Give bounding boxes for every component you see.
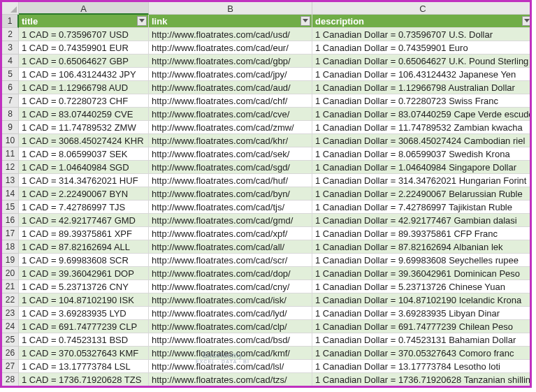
cell-title[interactable]: 1 CAD = 7.42786997 TJS bbox=[19, 201, 149, 214]
cell-link[interactable]: http://www.floatrates.com/cad/khr/ bbox=[149, 134, 312, 147]
cell-description[interactable]: 1 Canadian Dollar = 9.69983608 Seychelle… bbox=[312, 254, 532, 267]
column-header-c[interactable]: C bbox=[312, 2, 532, 15]
row-header-19[interactable]: 19 bbox=[2, 254, 19, 267]
cell-description[interactable]: 1 Canadian Dollar = 0.72280723 Swiss Fra… bbox=[312, 94, 532, 108]
cell-title[interactable]: 1 CAD = 691.74777239 CLP bbox=[19, 320, 149, 333]
cell-description[interactable]: 1 Canadian Dollar = 0.65064627 U.K. Poun… bbox=[312, 55, 532, 68]
cell-description[interactable]: 1 Canadian Dollar = 1.04640984 Singapore… bbox=[312, 161, 532, 174]
cell-title[interactable]: 1 CAD = 13.17773784 LSL bbox=[19, 360, 149, 373]
row-header-23[interactable]: 23 bbox=[2, 307, 19, 320]
cell-link[interactable]: http://www.floatrates.com/cad/dop/ bbox=[149, 267, 312, 280]
column-header-b[interactable]: B bbox=[149, 2, 312, 15]
row-header-5[interactable]: 5 bbox=[2, 68, 19, 81]
cell-description[interactable]: 1 Canadian Dollar = 1736.71920628 Tanzan… bbox=[312, 373, 532, 386]
spreadsheet-grid[interactable]: ABC1titlelinkdescription21 CAD = 0.73596… bbox=[2, 2, 530, 386]
cell-description[interactable]: 1 Canadian Dollar = 13.17773784 Lesotho … bbox=[312, 360, 532, 373]
cell-title[interactable]: 1 CAD = 0.73596707 USD bbox=[19, 28, 149, 41]
cell-title[interactable]: 1 CAD = 3.69283935 LYD bbox=[19, 307, 149, 320]
select-all-corner[interactable] bbox=[2, 2, 19, 15]
cell-link[interactable]: http://www.floatrates.com/cad/tzs/ bbox=[149, 373, 312, 386]
cell-title[interactable]: 1 CAD = 1736.71920628 TZS bbox=[19, 373, 149, 386]
cell-link[interactable]: http://www.floatrates.com/cad/eur/ bbox=[149, 41, 312, 55]
cell-description[interactable]: 1 Canadian Dollar = 314.34762021 Hungari… bbox=[312, 174, 532, 187]
cell-link[interactable]: http://www.floatrates.com/cad/chf/ bbox=[149, 94, 312, 108]
cell-link[interactable]: http://www.floatrates.com/cad/clp/ bbox=[149, 320, 312, 333]
table-header-title[interactable]: title bbox=[19, 15, 149, 28]
cell-link[interactable]: http://www.floatrates.com/cad/scr/ bbox=[149, 254, 312, 267]
cell-link[interactable]: http://www.floatrates.com/cad/zmw/ bbox=[149, 121, 312, 134]
cell-description[interactable]: 1 Canadian Dollar = 0.74359901 Euro bbox=[312, 41, 532, 55]
cell-description[interactable]: 1 Canadian Dollar = 89.39375861 CFP Fran… bbox=[312, 227, 532, 240]
filter-dropdown-icon[interactable] bbox=[522, 16, 532, 26]
row-header-17[interactable]: 17 bbox=[2, 227, 19, 240]
cell-title[interactable]: 1 CAD = 0.74523131 BSD bbox=[19, 333, 149, 347]
filter-dropdown-icon[interactable] bbox=[300, 16, 310, 26]
cell-description[interactable]: 1 Canadian Dollar = 11.74789532 Zambian … bbox=[312, 121, 532, 134]
table-header-description[interactable]: description bbox=[312, 15, 532, 28]
cell-title[interactable]: 1 CAD = 0.65064627 GBP bbox=[19, 55, 149, 68]
row-header-16[interactable]: 16 bbox=[2, 214, 19, 227]
row-header-13[interactable]: 13 bbox=[2, 174, 19, 187]
cell-link[interactable]: http://www.floatrates.com/cad/cny/ bbox=[149, 280, 312, 293]
row-header-12[interactable]: 12 bbox=[2, 161, 19, 174]
cell-link[interactable]: http://www.floatrates.com/cad/gmd/ bbox=[149, 214, 312, 227]
cell-title[interactable]: 1 CAD = 2.22490067 BYN bbox=[19, 187, 149, 201]
cell-title[interactable]: 1 CAD = 0.72280723 CHF bbox=[19, 94, 149, 108]
cell-description[interactable]: 1 Canadian Dollar = 83.07440259 Cape Ver… bbox=[312, 108, 532, 121]
row-header-28[interactable]: 28 bbox=[2, 373, 19, 386]
row-header-7[interactable]: 7 bbox=[2, 94, 19, 108]
cell-link[interactable]: http://www.floatrates.com/cad/jpy/ bbox=[149, 68, 312, 81]
cell-link[interactable]: http://www.floatrates.com/cad/all/ bbox=[149, 240, 312, 254]
row-header-26[interactable]: 26 bbox=[2, 347, 19, 360]
cell-title[interactable]: 1 CAD = 9.69983608 SCR bbox=[19, 254, 149, 267]
row-header-27[interactable]: 27 bbox=[2, 360, 19, 373]
row-header-9[interactable]: 9 bbox=[2, 121, 19, 134]
cell-link[interactable]: http://www.floatrates.com/cad/aud/ bbox=[149, 81, 312, 94]
cell-title[interactable]: 1 CAD = 83.07440259 CVE bbox=[19, 108, 149, 121]
cell-description[interactable]: 1 Canadian Dollar = 8.06599037 Swedish K… bbox=[312, 147, 532, 161]
cell-title[interactable]: 1 CAD = 89.39375861 XPF bbox=[19, 227, 149, 240]
cell-title[interactable]: 1 CAD = 106.43124432 JPY bbox=[19, 68, 149, 81]
cell-title[interactable]: 1 CAD = 11.74789532 ZMW bbox=[19, 121, 149, 134]
cell-title[interactable]: 1 CAD = 104.87102190 ISK bbox=[19, 293, 149, 307]
cell-description[interactable]: 1 Canadian Dollar = 0.74523131 Bahamian … bbox=[312, 333, 532, 347]
row-header-10[interactable]: 10 bbox=[2, 134, 19, 147]
cell-title[interactable]: 1 CAD = 370.05327643 KMF bbox=[19, 347, 149, 360]
cell-link[interactable]: http://www.floatrates.com/cad/huf/ bbox=[149, 174, 312, 187]
cell-description[interactable]: 1 Canadian Dollar = 3.69283935 Libyan Di… bbox=[312, 307, 532, 320]
cell-link[interactable]: http://www.floatrates.com/cad/tjs/ bbox=[149, 201, 312, 214]
cell-title[interactable]: 1 CAD = 42.92177467 GMD bbox=[19, 214, 149, 227]
cell-link[interactable]: http://www.floatrates.com/cad/lsl/ bbox=[149, 360, 312, 373]
cell-link[interactable]: http://www.floatrates.com/cad/sgd/ bbox=[149, 161, 312, 174]
cell-link[interactable]: http://www.floatrates.com/cad/lyd/ bbox=[149, 307, 312, 320]
row-header-24[interactable]: 24 bbox=[2, 320, 19, 333]
cell-title[interactable]: 1 CAD = 1.04640984 SGD bbox=[19, 161, 149, 174]
row-header-3[interactable]: 3 bbox=[2, 41, 19, 55]
cell-link[interactable]: http://www.floatrates.com/cad/cve/ bbox=[149, 108, 312, 121]
cell-title[interactable]: 1 CAD = 87.82162694 ALL bbox=[19, 240, 149, 254]
cell-description[interactable]: 1 Canadian Dollar = 106.43124432 Japanes… bbox=[312, 68, 532, 81]
cell-description[interactable]: 1 Canadian Dollar = 370.05327643 Comoro … bbox=[312, 347, 532, 360]
cell-description[interactable]: 1 Canadian Dollar = 42.92177467 Gambian … bbox=[312, 214, 532, 227]
cell-title[interactable]: 1 CAD = 314.34762021 HUF bbox=[19, 174, 149, 187]
cell-title[interactable]: 1 CAD = 1.12966798 AUD bbox=[19, 81, 149, 94]
row-header-25[interactable]: 25 bbox=[2, 333, 19, 347]
row-header-8[interactable]: 8 bbox=[2, 108, 19, 121]
row-header-21[interactable]: 21 bbox=[2, 280, 19, 293]
row-header-20[interactable]: 20 bbox=[2, 267, 19, 280]
cell-title[interactable]: 1 CAD = 0.74359901 EUR bbox=[19, 41, 149, 55]
row-header-1[interactable]: 1 bbox=[2, 15, 19, 28]
cell-link[interactable]: http://www.floatrates.com/cad/gbp/ bbox=[149, 55, 312, 68]
row-header-2[interactable]: 2 bbox=[2, 28, 19, 41]
row-header-11[interactable]: 11 bbox=[2, 147, 19, 161]
row-header-22[interactable]: 22 bbox=[2, 293, 19, 307]
cell-description[interactable]: 1 Canadian Dollar = 104.87102190 Iceland… bbox=[312, 293, 532, 307]
row-header-4[interactable]: 4 bbox=[2, 55, 19, 68]
cell-link[interactable]: http://www.floatrates.com/cad/kmf/ bbox=[149, 347, 312, 360]
cell-link[interactable]: http://www.floatrates.com/cad/byn/ bbox=[149, 187, 312, 201]
cell-description[interactable]: 1 Canadian Dollar = 3068.45027424 Cambod… bbox=[312, 134, 532, 147]
cell-description[interactable]: 1 Canadian Dollar = 1.12966798 Australia… bbox=[312, 81, 532, 94]
cell-title[interactable]: 1 CAD = 3068.45027424 KHR bbox=[19, 134, 149, 147]
cell-link[interactable]: http://www.floatrates.com/cad/usd/ bbox=[149, 28, 312, 41]
cell-description[interactable]: 1 Canadian Dollar = 2.22490067 Belarussi… bbox=[312, 187, 532, 201]
